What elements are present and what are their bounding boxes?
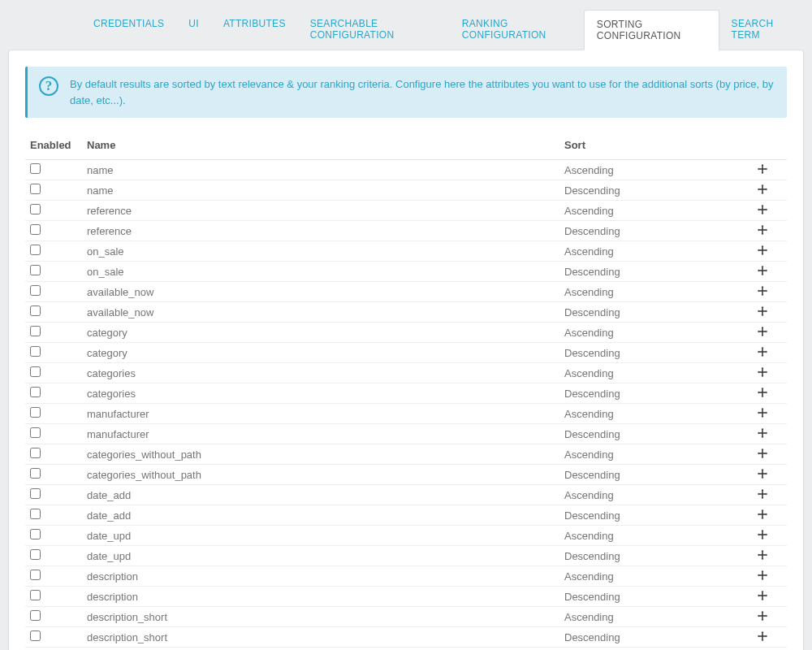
move-icon[interactable] bbox=[758, 530, 767, 542]
move-icon[interactable] bbox=[758, 327, 767, 339]
move-icon[interactable] bbox=[758, 550, 767, 562]
move-icon[interactable] bbox=[758, 428, 767, 440]
enabled-checkbox[interactable] bbox=[30, 549, 41, 560]
move-icon[interactable] bbox=[758, 570, 767, 583]
cell-drag bbox=[738, 424, 787, 444]
move-icon[interactable] bbox=[758, 408, 767, 420]
cell-name: name bbox=[82, 180, 559, 201]
enabled-checkbox[interactable] bbox=[30, 265, 41, 275]
cell-sort: Ascending bbox=[559, 363, 738, 384]
enabled-checkbox[interactable] bbox=[30, 184, 41, 194]
enabled-checkbox[interactable] bbox=[30, 346, 41, 357]
cell-enabled bbox=[25, 485, 82, 505]
enabled-checkbox[interactable] bbox=[30, 570, 41, 580]
enabled-checkbox[interactable] bbox=[30, 326, 41, 336]
cell-sort: Ascending bbox=[559, 201, 738, 221]
alert-text: By default results are sorted by text re… bbox=[70, 76, 775, 108]
cell-sort: Ascending bbox=[559, 444, 738, 465]
enabled-checkbox[interactable] bbox=[30, 630, 41, 641]
table-row: on_saleAscending bbox=[25, 241, 787, 262]
move-icon[interactable] bbox=[758, 489, 767, 501]
cell-enabled bbox=[25, 384, 82, 404]
enabled-checkbox[interactable] bbox=[30, 448, 41, 458]
th-drag bbox=[738, 132, 787, 160]
enabled-checkbox[interactable] bbox=[30, 590, 41, 600]
move-icon[interactable] bbox=[758, 164, 767, 176]
cell-name: categories bbox=[82, 384, 559, 404]
enabled-checkbox[interactable] bbox=[30, 529, 41, 540]
tab-sorting-configuration[interactable]: SORTING CONFIGURATION bbox=[584, 10, 719, 50]
move-icon[interactable] bbox=[758, 347, 767, 359]
cell-name: date_add bbox=[82, 485, 559, 505]
enabled-checkbox[interactable] bbox=[30, 245, 41, 255]
enabled-checkbox[interactable] bbox=[30, 610, 41, 621]
tab-search-term[interactable]: SEARCH TERM bbox=[719, 10, 804, 50]
cell-name: category bbox=[82, 323, 559, 343]
cell-drag bbox=[738, 180, 787, 201]
move-icon[interactable] bbox=[758, 245, 767, 258]
enabled-checkbox[interactable] bbox=[30, 468, 41, 479]
enabled-checkbox[interactable] bbox=[30, 407, 41, 418]
move-icon[interactable] bbox=[758, 266, 767, 278]
sorting-table: Enabled Name Sort nameAscendingnameDesce… bbox=[25, 132, 787, 650]
cell-name: categories bbox=[82, 363, 559, 384]
move-icon[interactable] bbox=[758, 631, 767, 644]
tab-ranking-configuration[interactable]: RANKING CONFIGURATION bbox=[450, 10, 584, 50]
move-icon[interactable] bbox=[758, 388, 767, 400]
table-row: categories_without_pathAscending bbox=[25, 444, 787, 465]
cell-name: description_short bbox=[82, 607, 559, 627]
cell-enabled bbox=[25, 465, 82, 485]
table-row: available_nowAscending bbox=[25, 282, 787, 302]
cell-name: category bbox=[82, 343, 559, 363]
enabled-checkbox[interactable] bbox=[30, 204, 41, 214]
cell-sort: Descending bbox=[559, 587, 738, 607]
enabled-checkbox[interactable] bbox=[30, 509, 41, 519]
tab-searchable-configuration[interactable]: SEARCHABLE CONFIGURATION bbox=[298, 10, 450, 50]
cell-sort: Descending bbox=[559, 505, 738, 526]
enabled-checkbox[interactable] bbox=[30, 366, 41, 377]
cell-sort: Ascending bbox=[559, 607, 738, 627]
cell-enabled bbox=[25, 546, 82, 566]
enabled-checkbox[interactable] bbox=[30, 224, 41, 235]
cell-enabled bbox=[25, 180, 82, 201]
cell-sort: Ascending bbox=[559, 566, 738, 587]
cell-sort: Ascending bbox=[559, 648, 738, 651]
page: CREDENTIALSUIATTRIBUTESSEARCHABLE CONFIG… bbox=[0, 10, 812, 650]
cell-enabled bbox=[25, 323, 82, 343]
enabled-checkbox[interactable] bbox=[30, 306, 41, 316]
enabled-checkbox[interactable] bbox=[30, 163, 41, 174]
cell-name: manufacturer bbox=[82, 404, 559, 424]
move-icon[interactable] bbox=[758, 367, 767, 379]
enabled-checkbox[interactable] bbox=[30, 488, 41, 499]
cell-enabled bbox=[25, 648, 82, 651]
enabled-checkbox[interactable] bbox=[30, 427, 41, 438]
table-row: descriptionDescending bbox=[25, 587, 787, 607]
cell-name: reference bbox=[82, 221, 559, 241]
cell-sort: Descending bbox=[559, 465, 738, 485]
move-icon[interactable] bbox=[758, 509, 767, 522]
cell-drag bbox=[738, 282, 787, 302]
move-icon[interactable] bbox=[758, 225, 767, 237]
table-row: referenceAscending bbox=[25, 201, 787, 221]
enabled-checkbox[interactable] bbox=[30, 387, 41, 397]
tab-attributes[interactable]: ATTRIBUTES bbox=[211, 10, 298, 50]
move-icon[interactable] bbox=[758, 286, 767, 298]
cell-enabled bbox=[25, 221, 82, 241]
move-icon[interactable] bbox=[758, 184, 767, 197]
th-sort: Sort bbox=[559, 132, 738, 160]
enabled-checkbox[interactable] bbox=[30, 285, 41, 296]
move-icon[interactable] bbox=[758, 448, 767, 461]
table-row: date_updAscending bbox=[25, 526, 787, 546]
cell-drag bbox=[738, 505, 787, 526]
table-row: manufacturerDescending bbox=[25, 424, 787, 444]
move-icon[interactable] bbox=[758, 611, 767, 623]
help-icon: ? bbox=[39, 76, 58, 96]
move-icon[interactable] bbox=[758, 306, 767, 318]
cell-name: description_short bbox=[82, 627, 559, 648]
tab-ui[interactable]: UI bbox=[176, 10, 211, 50]
move-icon[interactable] bbox=[758, 205, 767, 217]
move-icon[interactable] bbox=[758, 469, 767, 481]
move-icon[interactable] bbox=[758, 591, 767, 603]
cell-drag bbox=[738, 221, 787, 241]
tab-credentials[interactable]: CREDENTIALS bbox=[81, 10, 176, 50]
